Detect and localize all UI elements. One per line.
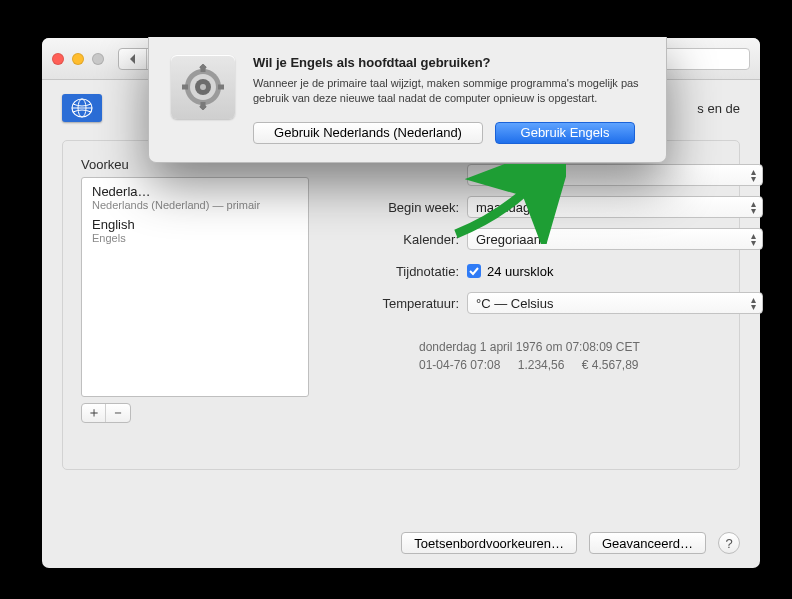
list-item[interactable]: English Engels <box>82 214 308 247</box>
sample-long-date: donderdag 1 april 1976 om 07:08:09 CET <box>419 338 763 356</box>
sample-currency: € 4.567,89 <box>582 358 639 372</box>
region-select[interactable]: ▴▾ <box>467 164 763 186</box>
list-item-subtitle: Nederlands (Nederland) — primair <box>92 199 298 211</box>
add-language-button[interactable]: ＋ <box>82 404 106 422</box>
svg-rect-18 <box>218 85 224 90</box>
list-item-title: Nederla… <box>92 184 298 199</box>
select-value: maandag <box>476 200 530 215</box>
time-format-checkbox-row: 24 uursklok <box>467 264 553 279</box>
use-english-button[interactable]: Gebruik Engels <box>495 122 635 144</box>
format-sample: donderdag 1 april 1976 om 07:08:09 CET 0… <box>327 338 763 374</box>
language-region-icon <box>62 94 102 122</box>
svg-point-25 <box>200 84 206 90</box>
select-value: °C — Celsius <box>476 296 553 311</box>
advanced-button[interactable]: Geavanceerd… <box>589 532 706 554</box>
close-window-button[interactable] <box>52 53 64 65</box>
settings-panel: Voorkeu Nederla… Nederlands (Nederland) … <box>62 140 740 470</box>
begin-week-label: Begin week: <box>327 200 467 215</box>
use-dutch-button[interactable]: Gebruik Nederlands (Nederland) <box>253 122 483 144</box>
remove-language-button[interactable]: － <box>106 404 130 422</box>
list-item-title: English <box>92 217 298 232</box>
list-item-subtitle: Engels <box>92 232 298 244</box>
check-icon <box>469 266 479 276</box>
temperature-select[interactable]: °C — Celsius ▴▾ <box>467 292 763 314</box>
calendar-select[interactable]: Gregoriaans ▴▾ <box>467 228 763 250</box>
begin-week-select[interactable]: maandag ▴▾ <box>467 196 763 218</box>
list-item[interactable]: Nederla… Nederlands (Nederland) — primai… <box>82 181 308 214</box>
minimize-window-button[interactable] <box>72 53 84 65</box>
time-format-label: Tijdnotatie: <box>327 264 467 279</box>
zoom-window-button[interactable] <box>92 53 104 65</box>
system-preferences-icon <box>171 55 235 119</box>
keyboard-preferences-button[interactable]: Toetsenbordvoorkeuren… <box>401 532 577 554</box>
svg-rect-17 <box>182 85 188 90</box>
languages-listbox[interactable]: Nederla… Nederlands (Nederland) — primai… <box>81 177 309 397</box>
region-settings-column: ▴▾ Begin week: maandag ▴▾ Kalender: Greg… <box>327 157 763 455</box>
window-controls <box>52 53 104 65</box>
chevron-updown-icon: ▴▾ <box>751 296 756 310</box>
24hour-checkbox[interactable] <box>467 264 481 278</box>
sample-number: 1.234,56 <box>518 358 565 372</box>
help-button[interactable]: ? <box>718 532 740 554</box>
sample-short-date: 01-04-76 07:08 <box>419 358 500 372</box>
calendar-label: Kalender: <box>327 232 467 247</box>
chevron-updown-icon: ▴▾ <box>751 200 756 214</box>
back-button[interactable] <box>119 49 147 69</box>
languages-column: Voorkeu Nederla… Nederlands (Nederland) … <box>81 157 309 455</box>
24hour-label: 24 uursklok <box>487 264 553 279</box>
select-value: Gregoriaans <box>476 232 548 247</box>
chevron-updown-icon: ▴▾ <box>751 168 756 182</box>
footer-buttons: Toetsenbordvoorkeuren… Geavanceerd… ? <box>401 532 740 554</box>
dialog-buttons: Gebruik Nederlands (Nederland) Gebruik E… <box>253 122 644 144</box>
dialog-title: Wil je Engels als hoofdtaal gebruiken? <box>253 55 644 70</box>
dialog-body: Wanneer je de primaire taal wijzigt, mak… <box>253 76 644 106</box>
confirm-language-dialog: Wil je Engels als hoofdtaal gebruiken? W… <box>148 37 667 163</box>
add-remove-segment: ＋ － <box>81 403 131 423</box>
temperature-label: Temperatuur: <box>327 296 467 311</box>
chevron-updown-icon: ▴▾ <box>751 232 756 246</box>
